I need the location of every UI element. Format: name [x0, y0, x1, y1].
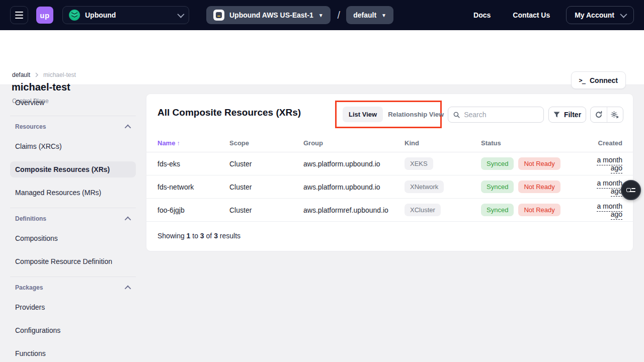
- status-badge-synced: Synced: [481, 204, 514, 216]
- sidebar-section-resources[interactable]: Resources: [10, 123, 136, 130]
- divider: [10, 208, 136, 208]
- connect-button[interactable]: >_ Connect: [571, 71, 626, 89]
- cell-kind: XNetwork: [405, 180, 481, 193]
- search-input[interactable]: [464, 111, 538, 119]
- sidebar-item-claims[interactable]: Claims (XRCs): [10, 138, 136, 154]
- table-header-row: Name↑ Scope Group Kind Status Created: [146, 134, 633, 152]
- caret-down-icon: ▼: [318, 13, 324, 18]
- filter-label: Filter: [564, 111, 581, 119]
- cell-name[interactable]: fds-network: [157, 183, 229, 191]
- cell-group: aws.platform.upbound.io: [303, 160, 405, 168]
- sidebar-item-providers[interactable]: Providers: [10, 299, 136, 315]
- refresh-button[interactable]: [591, 107, 607, 122]
- page-title: michael-test: [12, 81, 70, 93]
- organization-name: Upbound: [85, 11, 116, 19]
- hamburger-icon: [15, 12, 23, 13]
- column-header-group[interactable]: Group: [303, 139, 405, 147]
- status-badge-not-ready: Not Ready: [518, 180, 560, 193]
- divider: [10, 277, 136, 277]
- status-badge-not-ready: Not Ready: [518, 204, 560, 216]
- sidebar-item-compositions[interactable]: Compositions: [10, 230, 136, 246]
- topbar: up Upbound Upbound AWS US-East-1 ▼ / def…: [0, 0, 644, 30]
- column-header-status[interactable]: Status: [481, 139, 584, 147]
- divider: [10, 116, 136, 116]
- sidebar-section-definitions[interactable]: Definitions: [10, 215, 136, 222]
- sidebar-item-functions[interactable]: Functions: [10, 345, 136, 361]
- sidebar-item-configurations[interactable]: Configurations: [10, 322, 136, 338]
- resources-table: Name↑ Scope Group Kind Status Created fd…: [146, 134, 633, 250]
- auto-refresh-settings-button[interactable]: [607, 107, 623, 122]
- chevron-down-icon: [177, 11, 184, 18]
- column-header-kind[interactable]: Kind: [405, 139, 481, 147]
- column-header-name[interactable]: Name↑: [157, 139, 229, 147]
- status-badge-synced: Synced: [481, 157, 514, 170]
- organization-avatar-icon: [69, 10, 80, 21]
- cell-scope: Cluster: [229, 183, 303, 191]
- breadcrumb: default michael-test: [12, 71, 76, 78]
- cell-kind: XEKS: [405, 157, 481, 170]
- contact-us-link[interactable]: Contact Us: [513, 11, 550, 19]
- breadcrumb-slash: /: [338, 10, 341, 21]
- tab-list-view[interactable]: List View: [343, 107, 383, 122]
- kind-badge: XEKS: [405, 157, 433, 170]
- chevron-up-icon: [125, 216, 131, 223]
- terminal-icon: >_: [579, 77, 585, 84]
- kind-badge: XNetwork: [405, 180, 444, 193]
- panel-title: All Composite Resources (XRs): [157, 107, 301, 118]
- docs-link[interactable]: Docs: [473, 11, 491, 19]
- status-badge-not-ready: Not Ready: [518, 157, 560, 170]
- control-plane-name: Upbound AWS US-East-1: [229, 11, 313, 19]
- breadcrumb-parent[interactable]: default: [12, 71, 30, 78]
- group-select[interactable]: default ▼: [346, 6, 393, 24]
- filter-funnel-icon: [553, 112, 560, 118]
- organization-select[interactable]: Upbound: [62, 6, 189, 24]
- gear-play-icon: [610, 111, 619, 119]
- sidebar-item-xrd[interactable]: Composite Resource Definition: [10, 253, 136, 269]
- sidebar-item-managed-resources[interactable]: Managed Resources (MRs): [10, 185, 136, 201]
- created-tooltip-link[interactable]: a month ago: [597, 179, 622, 197]
- my-account-label: My Account: [575, 11, 614, 19]
- menu-hamburger-button[interactable]: [10, 6, 28, 24]
- sidebar-item-composite-resources[interactable]: Composite Resources (XRs): [10, 161, 136, 177]
- my-account-button[interactable]: My Account: [566, 6, 634, 24]
- cell-status: Synced Not Ready: [481, 204, 584, 216]
- created-tooltip-link[interactable]: a month ago: [597, 156, 622, 173]
- table-row[interactable]: fds-eks Cluster aws.platform.upbound.io …: [146, 152, 633, 175]
- chevron-up-icon: [125, 285, 131, 292]
- results-to: 3: [200, 232, 204, 240]
- created-tooltip-link[interactable]: a month ago: [597, 202, 622, 220]
- search-box: [448, 107, 544, 123]
- cell-created: a month ago: [584, 202, 622, 218]
- cell-scope: Cluster: [229, 206, 303, 214]
- status-badge-synced: Synced: [481, 180, 514, 193]
- group-name: default: [353, 11, 376, 19]
- sidebar-item-overview[interactable]: Overview: [10, 95, 136, 111]
- table-row[interactable]: foo-6jgjb Cluster aws.platformref.upboun…: [146, 199, 633, 222]
- results-summary: Showing 1 to 3 of 3 results: [146, 222, 633, 250]
- upbound-logo[interactable]: up: [36, 7, 53, 24]
- page-header: default michael-test michael-test Contro…: [0, 30, 644, 85]
- composite-resources-panel: All Composite Resources (XRs) List View …: [146, 94, 633, 251]
- cell-kind: XCluster: [405, 204, 481, 216]
- feedback-widget-button[interactable]: [621, 180, 641, 200]
- filter-button[interactable]: Filter: [548, 107, 586, 123]
- column-header-created[interactable]: Created: [584, 139, 622, 147]
- search-icon: [453, 111, 460, 119]
- chevron-up-icon: [125, 124, 131, 131]
- table-row[interactable]: fds-network Cluster aws.platform.upbound…: [146, 175, 633, 199]
- cell-scope: Cluster: [229, 160, 303, 168]
- tab-relationship-view[interactable]: Relationship View: [385, 107, 447, 122]
- form-list-icon: [626, 187, 635, 194]
- cell-created: a month ago: [584, 156, 622, 172]
- cell-name[interactable]: foo-6jgjb: [157, 206, 229, 214]
- red-annotation-box: List View Relationship View: [335, 101, 442, 128]
- sidebar-section-packages[interactable]: Packages: [10, 284, 136, 291]
- column-header-scope[interactable]: Scope: [229, 139, 303, 147]
- sort-ascending-icon: ↑: [177, 140, 180, 147]
- caret-down-icon: ▼: [381, 13, 386, 18]
- control-plane-select[interactable]: Upbound AWS US-East-1 ▼: [206, 6, 331, 24]
- cell-name[interactable]: fds-eks: [157, 160, 229, 168]
- cell-created: a month ago: [584, 179, 622, 195]
- chevron-right-icon: [35, 72, 39, 77]
- connect-label: Connect: [590, 76, 618, 84]
